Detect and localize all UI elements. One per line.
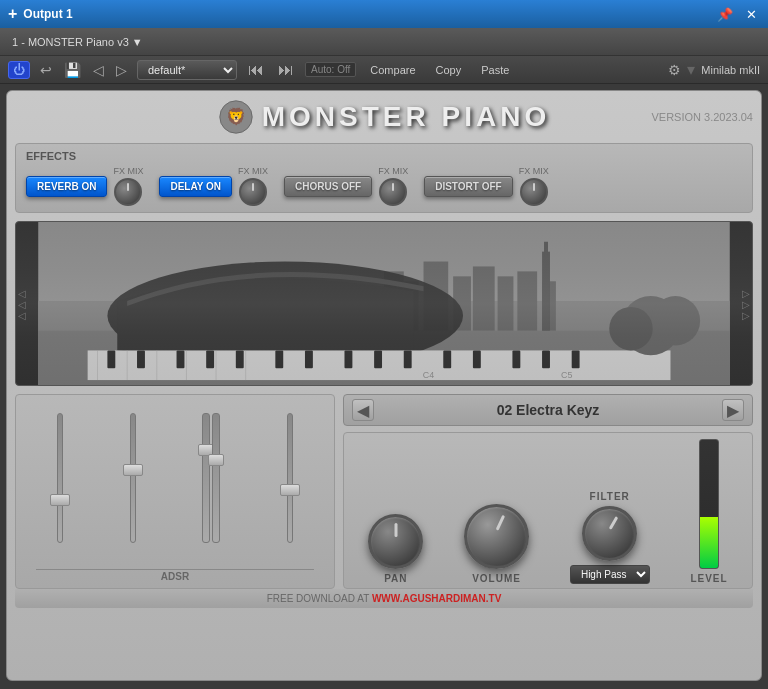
effects-section: EFFECTS REVERB ON FX MIX DELAY ON FX MIX… xyxy=(15,143,753,213)
distort-fx-label: FX MIX xyxy=(519,166,549,176)
version-label: VERSION 3.2023.04 xyxy=(651,111,753,123)
plugin-title: MONSTER PIANO xyxy=(262,101,550,133)
chorus-button[interactable]: CHORUS OFF xyxy=(284,176,372,197)
release-fader-handle[interactable] xyxy=(280,484,300,496)
attack-fader-group xyxy=(57,413,63,543)
instrument-selector[interactable]: 1 - MONSTER Piano v3 ▼ xyxy=(8,34,147,50)
compare-button[interactable]: Compare xyxy=(364,62,421,78)
logo-icon: 🦁 xyxy=(218,99,254,135)
piano-left-arrow[interactable]: ◁◁◁ xyxy=(18,287,26,320)
logo-area: 🦁 MONSTER PIANO xyxy=(218,99,550,135)
decay-fader-handle[interactable] xyxy=(123,464,143,476)
pan-control: PAN xyxy=(368,514,423,584)
dropdown-arrow: ▼ xyxy=(132,36,143,48)
title-bar-left: + Output 1 xyxy=(8,5,73,23)
chorus-fx-mix: FX MIX xyxy=(378,166,408,206)
sustain-fader-group xyxy=(202,413,220,543)
delay-button[interactable]: DELAY ON xyxy=(159,176,232,197)
delay-fx-mix: FX MIX xyxy=(238,166,268,206)
preset-prev-button[interactable]: ◀ xyxy=(352,399,374,421)
title-bar: + Output 1 📌 ✕ xyxy=(0,0,768,28)
undo-icon[interactable]: ↩ xyxy=(38,60,54,80)
bottom-section: ADSR ◀ 02 Electra Keyz ▶ PAN VOLUM xyxy=(15,394,753,589)
chorus-fx-label: FX MIX xyxy=(378,166,408,176)
prev-preset-icon[interactable]: ◁ xyxy=(91,60,106,80)
decay-fader-group xyxy=(130,413,136,543)
adsr-divider xyxy=(36,569,314,570)
delay-knob[interactable] xyxy=(239,178,267,206)
power-button[interactable]: ⏻ xyxy=(8,61,30,79)
filter-knob[interactable] xyxy=(582,506,637,561)
window-title: Output 1 xyxy=(23,7,72,21)
attack-fader-handle[interactable] xyxy=(50,494,70,506)
piano-display: C4 C5 ◁◁◁ ▷▷▷ xyxy=(15,221,753,386)
attack-fader-track[interactable] xyxy=(57,413,63,543)
level-fill xyxy=(700,517,718,568)
release-fader-group xyxy=(287,413,293,543)
add-icon: + xyxy=(8,5,17,23)
divider: ▾ xyxy=(687,60,695,79)
filter-type-select[interactable]: High Pass Low Pass Band Pass Notch xyxy=(570,565,650,584)
pan-knob[interactable] xyxy=(368,514,423,569)
distort-group: DISTORT OFF FX MIX xyxy=(424,166,549,206)
copy-button[interactable]: Copy xyxy=(430,62,468,78)
level-meter xyxy=(699,439,719,569)
chorus-group: CHORUS OFF FX MIX xyxy=(284,166,408,206)
delay-group: DELAY ON FX MIX xyxy=(159,166,268,206)
paste-button[interactable]: Paste xyxy=(475,62,515,78)
sustain-double-fader xyxy=(202,413,220,543)
instrument-toolbar: 1 - MONSTER Piano v3 ▼ xyxy=(0,28,768,56)
level-label: LEVEL xyxy=(690,573,727,584)
distort-fx-mix: FX MIX xyxy=(519,166,549,206)
delay-fx-label: FX MIX xyxy=(238,166,268,176)
footer: FREE DOWNLOAD AT WWW.AGUSHARDIMAN.TV xyxy=(15,589,753,608)
toolbar-right: ⚙ ▾ Minilab mkII xyxy=(668,60,760,79)
reverb-group: REVERB ON FX MIX xyxy=(26,166,143,206)
reverb-fx-mix: FX MIX xyxy=(113,166,143,206)
control-toolbar: ⏻ ↩ 💾 ◁ ▷ default* ⏮ ⏭ Auto: Off Compare… xyxy=(0,56,768,84)
release-fader-track[interactable] xyxy=(287,413,293,543)
effects-row: REVERB ON FX MIX DELAY ON FX MIX CHORUS … xyxy=(26,166,742,206)
midi-device-label: Minilab mkII xyxy=(701,64,760,76)
close-button[interactable]: ✕ xyxy=(742,5,760,23)
reverb-fx-label: FX MIX xyxy=(113,166,143,176)
adsr-faders xyxy=(24,403,326,563)
preset-next-button[interactable]: ▶ xyxy=(722,399,744,421)
settings-icon[interactable]: ⚙ xyxy=(668,62,681,78)
nav-end-button[interactable]: ⏭ xyxy=(275,61,297,79)
preset-name: 02 Electra Keyz xyxy=(382,402,714,418)
sustain-fader-track-1[interactable] xyxy=(202,413,210,543)
adsr-label: ADSR xyxy=(161,571,189,582)
svg-text:🦁: 🦁 xyxy=(226,106,247,127)
decay-fader-track[interactable] xyxy=(130,413,136,543)
sustain-fader-handle-2[interactable] xyxy=(208,454,224,466)
reverb-button[interactable]: REVERB ON xyxy=(26,176,107,197)
auto-off-label: Auto: Off xyxy=(305,62,356,77)
filter-control: FILTER High Pass Low Pass Band Pass Notc… xyxy=(570,491,650,584)
preset-navigator: ◀ 02 Electra Keyz ▶ xyxy=(343,394,753,426)
distort-knob[interactable] xyxy=(520,178,548,206)
controls-row: PAN VOLUME FILTER High Pass Low Pass Ban… xyxy=(343,432,753,589)
preset-select[interactable]: default* xyxy=(137,60,237,80)
reverb-knob[interactable] xyxy=(114,178,142,206)
nav-start-button[interactable]: ⏮ xyxy=(245,61,267,79)
filter-label: FILTER xyxy=(590,491,630,502)
level-section: LEVEL xyxy=(690,439,727,584)
title-bar-right: 📌 ✕ xyxy=(716,5,760,23)
plugin-container: 🦁 MONSTER PIANO VERSION 3.2023.04 EFFECT… xyxy=(6,90,762,681)
save-icon[interactable]: 💾 xyxy=(62,60,83,80)
effects-label: EFFECTS xyxy=(26,150,742,162)
chorus-knob[interactable] xyxy=(379,178,407,206)
piano-right-arrow[interactable]: ▷▷▷ xyxy=(742,287,750,320)
footer-text: FREE DOWNLOAD AT xyxy=(267,593,372,604)
volume-knob[interactable] xyxy=(464,504,529,569)
volume-control: VOLUME xyxy=(464,504,529,584)
right-panel: ◀ 02 Electra Keyz ▶ PAN VOLUME FILT xyxy=(343,394,753,589)
sustain-fader-track-2[interactable] xyxy=(212,413,220,543)
distort-button[interactable]: DISTORT OFF xyxy=(424,176,512,197)
next-preset-icon[interactable]: ▷ xyxy=(114,60,129,80)
volume-label: VOLUME xyxy=(472,573,521,584)
footer-link[interactable]: WWW.AGUSHARDIMAN.TV xyxy=(372,593,501,604)
instrument-name: 1 - MONSTER Piano v3 xyxy=(12,36,129,48)
pin-button[interactable]: 📌 xyxy=(716,5,734,23)
